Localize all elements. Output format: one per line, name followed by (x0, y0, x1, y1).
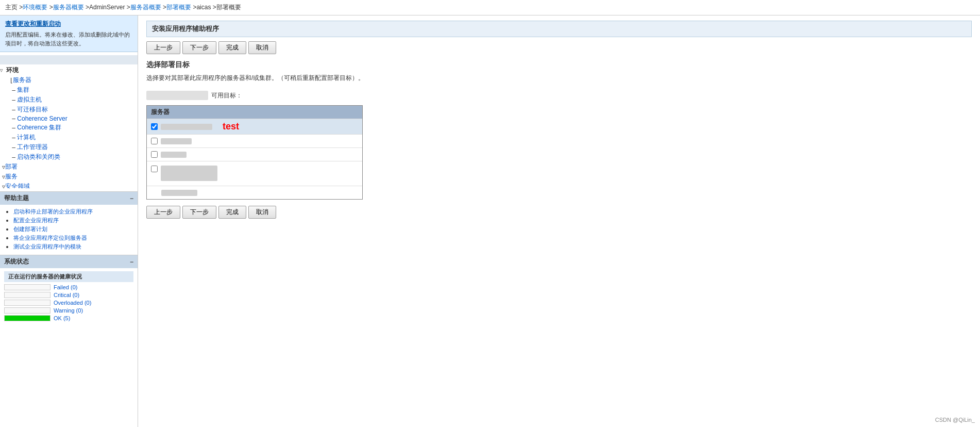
tree-link-security[interactable]: 安全领域 (5, 182, 30, 188)
status-link-ok[interactable]: OK (5) (54, 315, 70, 321)
breadcrumb-link[interactable]: 环境概要 (23, 4, 47, 11)
tree-link-work-manager[interactable]: 工作管理器 (17, 143, 48, 152)
blur-label-2 (161, 138, 192, 144)
status-collapse-button[interactable]: − (130, 258, 133, 266)
status-link-failed[interactable]: Failed (0) (54, 284, 77, 290)
tree-link-coherence-cluster[interactable]: Coherence 集群 (17, 123, 61, 132)
table-row[interactable] (147, 134, 362, 147)
status-content: 正在运行的服务器的健康状况 Failed (0) Critical (0) (0, 268, 138, 326)
tree-link-cluster[interactable]: 集群 (17, 86, 29, 94)
tree-item-service[interactable]: ▿ 服务 (0, 172, 138, 182)
tree-item-computer[interactable]: – 计算机 (0, 133, 138, 142)
next-button-top[interactable]: 下一步 (182, 41, 216, 54)
help-link-3[interactable]: 创建部署计划 (13, 226, 47, 232)
tree-item-coherence-server[interactable]: – Coherence Server (0, 114, 138, 123)
tree-item-vhost[interactable]: – 虚拟主机 (0, 95, 138, 105)
tree-header-label (3, 57, 5, 63)
tree-item-security[interactable]: ▿ 安全领域 (0, 182, 138, 188)
breadcrumb-link2[interactable]: 服务器概要 (53, 4, 84, 11)
breadcrumb: 主页 >环境概要 >服务器概要 >AdminServer >服务器概要 >部署概… (0, 0, 980, 15)
tree-item-cluster[interactable]: – 集群 (0, 85, 138, 95)
breadcrumb-link3[interactable]: 服务器概要 (130, 4, 161, 11)
table-row[interactable] (147, 161, 362, 186)
help-section-header: 帮助主题 − (0, 192, 138, 205)
help-link-1[interactable]: 启动和停止部署的企业应用程序 (13, 208, 93, 215)
prev-button-top[interactable]: 上一步 (146, 41, 180, 54)
wizard-panel: 安装应用程序辅助程序 上一步 下一步 完成 取消 选择部署目标 选择要对其部署此… (138, 15, 980, 230)
finish-button-top[interactable]: 完成 (218, 41, 246, 54)
cancel-button-bottom[interactable]: 取消 (248, 206, 276, 219)
status-title: 系统状态 (4, 257, 29, 266)
help-link-4[interactable]: 将企业应用程序定位到服务器 (13, 235, 87, 241)
server-table: 服务器 test (146, 105, 363, 200)
tree-dash-icon: – (10, 87, 17, 94)
row-checkbox-3[interactable] (151, 151, 158, 158)
help-link-2[interactable]: 配置企业应用程序 (13, 217, 59, 223)
cancel-button-top[interactable]: 取消 (248, 41, 276, 54)
target-label-row: 可用目标： (146, 91, 972, 100)
status-row-overloaded: Overloaded (0) (4, 300, 133, 306)
target-label-box (146, 91, 208, 100)
tree-root-label: 环境 (6, 66, 19, 75)
status-fill-ok (5, 316, 50, 321)
tree-item-server[interactable]: ⌊ 服务器 (0, 75, 138, 85)
tree-link-startup[interactable]: 启动类和关闭类 (17, 153, 60, 161)
table-row[interactable]: test (147, 119, 362, 134)
row-checkbox-4[interactable] (151, 166, 158, 172)
wizard-buttons-bottom: 上一步 下一步 完成 取消 (146, 206, 972, 219)
notice-body: 启用配置编辑。将来在修改、添加或删除此域中的项目时，将自动激活这些更改。 (5, 30, 132, 47)
tree-item-work-manager[interactable]: – 工作管理器 (0, 142, 138, 152)
blur-label-4 (161, 166, 217, 181)
help-link-5[interactable]: 测试企业应用程序中的模块 (13, 243, 81, 250)
prev-button-bottom[interactable]: 上一步 (146, 206, 180, 219)
tree-item-deploy[interactable]: ▿ 部署 (0, 162, 138, 172)
tree-link-vhost[interactable]: 虚拟主机 (17, 95, 42, 104)
tree-link-computer[interactable]: 计算机 (17, 133, 36, 142)
status-section: 系统状态 − 正在运行的服务器的健康状况 Failed (0) (0, 255, 138, 326)
tree-dash-icon4: – (10, 115, 17, 122)
status-bar-critical (4, 292, 50, 298)
status-section-header: 系统状态 − (0, 255, 138, 268)
status-link-overloaded[interactable]: Overloaded (0) (54, 300, 91, 306)
finish-button-bottom[interactable]: 完成 (218, 206, 246, 219)
status-row-warning: Warning (0) (4, 307, 133, 314)
tree-link-server[interactable]: 服务器 (13, 76, 31, 85)
table-row[interactable] (147, 186, 362, 199)
status-link-critical[interactable]: Critical (0) (54, 292, 79, 298)
status-link-warning[interactable]: Warning (0) (54, 307, 83, 314)
wizard-buttons-top: 上一步 下一步 完成 取消 (146, 41, 972, 54)
main-layout: 查看更改和重新启动 启用配置编辑。将来在修改、添加或删除此域中的项目时，将自动激… (0, 15, 980, 427)
notice-title[interactable]: 查看更改和重新启动 (5, 20, 132, 28)
content-area: 安装应用程序辅助程序 上一步 下一步 完成 取消 选择部署目标 选择要对其部署此… (138, 15, 980, 427)
tree-link-coherence-server[interactable]: Coherence Server (17, 115, 67, 122)
row-checkbox-2[interactable] (151, 138, 158, 144)
breadcrumb-link4[interactable]: 部署概要 (166, 4, 191, 11)
tree-link-service[interactable]: 服务 (5, 172, 18, 181)
tree-item-startup[interactable]: – 启动类和关闭类 (0, 152, 138, 162)
next-button-bottom[interactable]: 下一步 (182, 206, 216, 219)
watermark: CSDN @QiLin_ (935, 417, 975, 423)
tree-link-deploy[interactable]: 部署 (5, 162, 18, 171)
step-description: 选择要对其部署此应用程序的服务器和/或集群。（可稍后重新配置部署目标）。 (146, 74, 972, 83)
tree-item-migrate[interactable]: – 可迁移目标 (0, 105, 138, 114)
tree-link-migrate[interactable]: 可迁移目标 (17, 105, 48, 114)
tree-dash-icon7: – (10, 144, 17, 151)
help-title: 帮助主题 (4, 194, 29, 203)
help-section: 帮助主题 − 启动和停止部署的企业应用程序 配置企业应用程序 创建部署计划 将企… (0, 192, 138, 255)
wizard-title: 安装应用程序辅助程序 (152, 25, 219, 32)
tree-section: ▿ 环境 ⌊ 服务器 – 集群 – 虚拟主机 (0, 52, 138, 192)
status-label-overloaded: Overloaded (0) (54, 300, 91, 306)
sidebar: 查看更改和重新启动 启用配置编辑。将来在修改、添加或删除此域中的项目时，将自动激… (0, 15, 138, 427)
row-checkbox-1[interactable] (151, 123, 158, 130)
help-collapse-button[interactable]: − (130, 195, 133, 202)
table-row[interactable] (147, 147, 362, 161)
breadcrumb-current: 部署概要 (216, 4, 241, 11)
status-row-failed: Failed (0) (4, 284, 133, 290)
tree-container[interactable]: ▿ 环境 ⌊ 服务器 – 集群 – 虚拟主机 (0, 64, 138, 188)
blur-label-1 (161, 124, 212, 130)
status-bar-failed (4, 284, 50, 290)
tree-item-coherence-cluster[interactable]: – Coherence 集群 (0, 123, 138, 133)
tree-item-root[interactable]: ▿ 环境 (0, 65, 138, 75)
target-label-text: 可用目标： (211, 91, 242, 100)
server-table-header: 服务器 (147, 106, 362, 119)
